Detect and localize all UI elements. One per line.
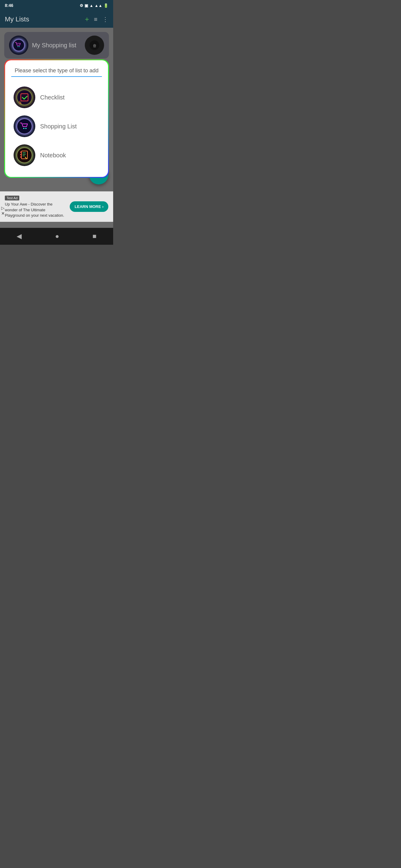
app-title: My Lists <box>5 16 29 23</box>
ad-test-label: Test Ad <box>5 195 19 200</box>
content-area: My Shopping list 🗑 <box>0 28 113 239</box>
svg-point-12 <box>23 128 24 129</box>
dialog-divider <box>11 76 102 77</box>
ad-close-area: ▷ ✕ <box>1 206 5 216</box>
dialog-content: Please select the type of list to add <box>5 60 108 177</box>
ad-text-area: Test Ad Up Your Awe - Discover the wonde… <box>5 195 70 218</box>
ad-play-icon: ▷ <box>1 206 5 210</box>
add-list-button[interactable]: + <box>85 15 89 24</box>
shopping-list-icon <box>9 36 28 55</box>
more-menu-button[interactable]: ⋮ <box>102 16 108 23</box>
shopping-list-card[interactable]: My Shopping list 🗑 <box>4 31 110 59</box>
settings-icon: ⚙ <box>80 3 83 8</box>
shopping-list-option-label: Shopping List <box>40 123 77 130</box>
status-bar: 8:46 ⚙ ▣ ▲ ▲▲ 🔋 <box>0 0 113 11</box>
nav-back-button[interactable]: ◀ <box>17 232 22 240</box>
svg-rect-18 <box>20 154 22 155</box>
status-left: 8:46 <box>5 3 13 8</box>
shopping-list-delete-button[interactable]: 🗑 <box>85 36 104 55</box>
svg-rect-17 <box>20 152 22 153</box>
sort-button[interactable]: ≡ <box>94 16 97 23</box>
nav-recent-button[interactable]: ■ <box>92 232 96 240</box>
notebook-option-icon <box>13 144 35 166</box>
svg-point-15 <box>17 148 32 162</box>
status-right: ⚙ ▣ ▲ ▲▲ 🔋 <box>80 3 108 8</box>
notebook-option-label: Notebook <box>40 152 66 159</box>
shopping-list-option[interactable]: Shopping List <box>11 112 102 141</box>
signal-icon: ▲▲ <box>94 3 102 8</box>
sim-icon: ▣ <box>85 3 88 8</box>
ad-description: Up Your Awe - Discover the wonder of The… <box>5 202 66 218</box>
dialog-title: Please select the type of list to add <box>11 67 102 74</box>
shopping-list-option-icon <box>13 116 35 137</box>
nav-home-button[interactable]: ● <box>55 232 59 240</box>
header-actions: + ≡ ⋮ <box>85 15 108 24</box>
svg-point-13 <box>25 128 27 129</box>
shopping-list-left: My Shopping list <box>9 36 76 55</box>
type-select-dialog: Please select the type of list to add <box>4 59 109 178</box>
navigation-bar: ◀ ● ■ <box>0 228 113 245</box>
notebook-option[interactable]: Notebook <box>11 141 102 170</box>
ad-banner: Test Ad Up Your Awe - Discover the wonde… <box>0 191 113 222</box>
shopping-list-name: My Shopping list <box>32 42 76 49</box>
ad-cta-button[interactable]: LEARN MORE › <box>70 201 108 212</box>
ad-cta-arrow: › <box>102 204 104 209</box>
svg-rect-19 <box>20 156 22 158</box>
checklist-option-label: Checklist <box>40 94 64 101</box>
svg-point-2 <box>19 46 20 47</box>
checklist-option[interactable]: Checklist <box>11 83 102 112</box>
svg-point-1 <box>18 46 19 47</box>
time-display: 8:46 <box>5 3 13 8</box>
wifi-icon: ▲ <box>89 3 93 8</box>
ad-dismiss-icon[interactable]: ✕ <box>1 211 5 216</box>
battery-icon: 🔋 <box>104 3 108 8</box>
svg-text:🗑: 🗑 <box>93 43 96 48</box>
checklist-option-icon <box>13 87 35 108</box>
app-header: My Lists + ≡ ⋮ <box>0 11 113 28</box>
ad-cta-label: LEARN MORE <box>75 204 101 209</box>
